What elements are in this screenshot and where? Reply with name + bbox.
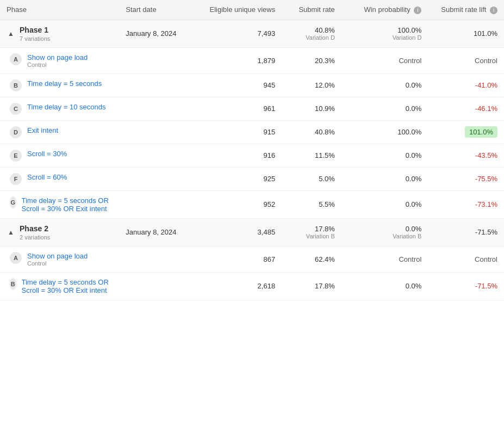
variation-sub-1-1: Control [27, 61, 88, 68]
variation-id-badge-1-4: D [10, 126, 22, 138]
var-win-prob-1-7: 0.0% [341, 190, 428, 218]
variation-id-badge-2-1: A [10, 252, 22, 264]
lift-negative-1-7: -73.1% [475, 200, 497, 208]
phase-row-2: ▲ Phase 2 2 variations January 8, 2024 3… [0, 218, 504, 246]
variation-row-1-2: B Time delay = 5 seconds 945 12.0% 0.0% … [0, 73, 504, 97]
variation-row-1-1: A Show on page load Control 1,879 20.3% … [0, 47, 504, 73]
phase-submit-rate-2: 17.8% Variation B [282, 218, 341, 246]
var-eligible-1-2: 945 [195, 73, 282, 97]
phase-submit-lift-2: -71.5% [428, 218, 504, 246]
var-date-1-7 [119, 190, 195, 218]
lift-green-1-4: 101.0% [465, 126, 497, 138]
winprob-value-1-6: 0.0% [406, 175, 422, 183]
variation-row-1-7: G Time delay = 5 seconds OR Scroll = 30%… [0, 190, 504, 218]
var-submit-rate-1-6: 5.0% [282, 167, 341, 190]
phase-submit-lift-1: 101.0% [428, 20, 504, 47]
variation-id-badge-1-2: B [10, 79, 22, 91]
var-submit-lift-1-7: -73.1% [428, 190, 504, 218]
var-name-cell-2-2: B Time delay = 5 seconds OR Scroll = 30%… [0, 272, 119, 300]
var-submit-rate-1-1: 20.3% [282, 47, 341, 73]
var-submit-rate-1-2: 12.0% [282, 73, 341, 97]
var-date-1-5 [119, 144, 195, 167]
phase-chevron-2[interactable]: ▲ [7, 229, 15, 236]
var-name-cell-1-2: B Time delay = 5 seconds [0, 73, 119, 97]
var-win-prob-1-1: Control [341, 47, 428, 73]
submit-lift-info-icon[interactable]: i [490, 7, 497, 14]
variation-id-badge-1-6: F [10, 173, 22, 185]
var-submit-lift-1-5: -43.5% [428, 144, 504, 167]
var-submit-lift-1-2: -41.0% [428, 73, 504, 97]
var-win-prob-1-6: 0.0% [341, 167, 428, 190]
phase-win-prob-2: 0.0% Variation B [341, 218, 428, 246]
variation-id-badge-1-7: G [10, 196, 16, 208]
phase-title-cell-1: ▲ Phase 1 7 variations [0, 20, 119, 47]
variation-name-link-1-4[interactable]: Exit intent [27, 126, 58, 134]
var-submit-lift-1-6: -75.5% [428, 167, 504, 190]
var-name-cell-1-1: A Show on page load Control [0, 47, 119, 73]
var-name-cell-1-4: D Exit intent [0, 120, 119, 144]
variation-row-1-3: C Time delay = 10 seconds 961 10.9% 0.0%… [0, 97, 504, 120]
col-eligible: Eligible unique views [195, 0, 282, 20]
var-eligible-1-4: 915 [195, 120, 282, 144]
var-eligible-1-7: 952 [195, 190, 282, 218]
lift-negative-1-5: -43.5% [475, 151, 497, 159]
phase-title-2: Phase 2 [20, 224, 50, 233]
variation-name-link-1-7[interactable]: Time delay = 5 seconds OR Scroll = 30% O… [22, 196, 113, 213]
variation-name-link-1-6[interactable]: Scroll = 60% [27, 173, 67, 181]
variation-name-link-2-2[interactable]: Time delay = 5 seconds OR Scroll = 30% O… [22, 278, 113, 294]
variation-name-link-1-2[interactable]: Time delay = 5 seconds [27, 79, 102, 88]
lift-negative-1-2: -41.0% [475, 81, 497, 89]
winprob-value-2-2: 0.0% [406, 282, 422, 290]
var-eligible-1-1: 1,879 [195, 47, 282, 73]
winprob-control-1-1: Control [399, 57, 421, 65]
variation-name-link-1-1[interactable]: Show on page load [27, 53, 88, 61]
variation-row-2-1: A Show on page load Control 867 62.4% Co… [0, 246, 504, 272]
var-submit-rate-1-4: 40.8% [282, 120, 341, 144]
variation-row-2-2: B Time delay = 5 seconds OR Scroll = 30%… [0, 272, 504, 300]
lift-negative-1-3: -46.1% [475, 104, 497, 113]
var-win-prob-2-1: Control [341, 246, 428, 272]
win-prob-info-icon[interactable]: i [414, 7, 421, 14]
winprob-value-1-3: 0.0% [406, 104, 422, 113]
variation-id-badge-2-2: B [10, 278, 16, 290]
variation-row-1-5: E Scroll = 30% 916 11.5% 0.0% -43.5% [0, 144, 504, 167]
var-submit-rate-2-1: 62.4% [282, 246, 341, 272]
phase-chevron-1[interactable]: ▲ [7, 30, 15, 38]
var-date-1-3 [119, 97, 195, 120]
lift-control-2-1: Control [475, 255, 497, 263]
var-submit-rate-1-3: 10.9% [282, 97, 341, 120]
variation-id-badge-1-3: C [10, 103, 22, 115]
variation-id-badge-1-5: E [10, 150, 22, 162]
col-submit-lift: Submit rate lift i [428, 0, 504, 20]
var-submit-lift-2-1: Control [428, 246, 504, 272]
var-date-1-2 [119, 73, 195, 97]
var-submit-rate-1-5: 11.5% [282, 144, 341, 167]
var-date-1-4 [119, 120, 195, 144]
variation-name-link-1-5[interactable]: Scroll = 30% [27, 150, 67, 158]
var-win-prob-1-2: 0.0% [341, 73, 428, 97]
var-name-cell-1-7: G Time delay = 5 seconds OR Scroll = 30%… [0, 190, 119, 218]
phase-title-1: Phase 1 [20, 26, 50, 34]
variation-name-link-2-1[interactable]: Show on page load [27, 252, 88, 260]
var-win-prob-1-5: 0.0% [341, 144, 428, 167]
winprob-control-2-1: Control [399, 255, 421, 263]
var-date-1-6 [119, 167, 195, 190]
var-name-cell-1-6: F Scroll = 60% [0, 167, 119, 190]
lift-control-1-1: Control [475, 57, 497, 65]
var-eligible-1-5: 916 [195, 144, 282, 167]
variation-row-1-6: F Scroll = 60% 925 5.0% 0.0% -75.5% [0, 167, 504, 190]
phase-date-2: January 8, 2024 [119, 218, 195, 246]
var-name-cell-1-3: C Time delay = 10 seconds [0, 97, 119, 120]
winprob-value-1-7: 0.0% [406, 200, 422, 208]
var-eligible-1-3: 961 [195, 97, 282, 120]
var-submit-lift-1-1: Control [428, 47, 504, 73]
winprob-value-1-2: 0.0% [406, 81, 422, 89]
var-win-prob-1-4: 100.0% [341, 120, 428, 144]
variation-name-link-1-3[interactable]: Time delay = 10 seconds [27, 103, 105, 111]
col-submit-rate: Submit rate [282, 0, 341, 20]
var-date-2-1 [119, 246, 195, 272]
phase-variations-1: 7 variations [20, 35, 50, 42]
winprob-value-1-5: 0.0% [406, 151, 422, 159]
var-win-prob-2-2: 0.0% [341, 272, 428, 300]
var-submit-rate-1-7: 5.5% [282, 190, 341, 218]
